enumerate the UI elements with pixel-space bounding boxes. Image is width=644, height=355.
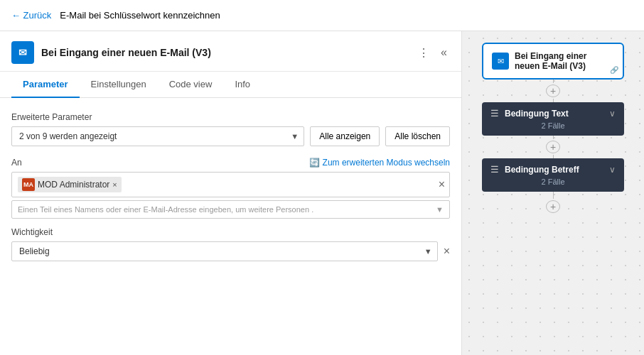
recipient-initials: MA bbox=[23, 181, 33, 188]
outlook-icon-symbol: ✉ bbox=[18, 47, 27, 58]
erweiterte-label: Erweiterte Parameter bbox=[11, 112, 450, 122]
an-header: An 🔄 Zum erweiterten Modus wechseln bbox=[11, 158, 450, 168]
tab-einstellungen[interactable]: Einstellungen bbox=[80, 72, 158, 98]
flow-node-1-link-icon: 🔗 bbox=[610, 66, 618, 74]
collapse-icon: « bbox=[441, 46, 447, 59]
panel-header-right: ⋮ « bbox=[415, 43, 450, 62]
connector-line-1 bbox=[553, 80, 554, 83]
flow-node-3: ☰ Bedingung Betreff ∨ 2 Fälle bbox=[482, 158, 624, 192]
right-panel: ✉ Bei Eingang einer neuen E-Mail (V3) 🔗 … bbox=[462, 31, 644, 355]
tab-parameter[interactable]: Parameter bbox=[11, 72, 80, 98]
recipients-hint-arrow: ▼ bbox=[436, 205, 444, 214]
left-panel: ✉ Bei Eingang einer neuen E-Mail (V3) ⋮ … bbox=[0, 31, 462, 355]
panel-header: ✉ Bei Eingang einer neuen E-Mail (V3) ⋮ … bbox=[0, 31, 461, 72]
flow-node-2-sub: 2 Fälle bbox=[490, 121, 616, 130]
connector-line-2b bbox=[553, 155, 554, 158]
flow-node-2-icon: ☰ bbox=[490, 108, 499, 119]
panel-title: Bei Eingang einer neuen E-Mail (V3) bbox=[41, 47, 211, 58]
flow-node-3-chevron[interactable]: ∨ bbox=[609, 165, 616, 175]
recipients-clear-button[interactable]: × bbox=[439, 178, 445, 191]
topbar-title: E-Mail bei Schlüsselwort kennzeichnen bbox=[60, 10, 220, 21]
wichtigkeit-dropdown-container: Beliebig ▼ bbox=[11, 241, 438, 261]
flow-node-2: ☰ Bedingung Text ∨ 2 Fälle bbox=[482, 102, 624, 136]
connector-line-1b bbox=[553, 99, 554, 102]
flow-node-3-sub: 2 Fälle bbox=[490, 178, 616, 186]
recipient-tag: MA MOD Administrator × bbox=[18, 177, 122, 192]
erweitert-text: Zum erweiterten Modus wechseln bbox=[323, 158, 450, 168]
flow-node-3-header: ☰ Bedingung Betreff ∨ bbox=[490, 164, 616, 175]
panel-body: Erweiterte Parameter 2 von 9 werden ange… bbox=[0, 98, 461, 355]
wichtigkeit-dropdown[interactable]: Beliebig bbox=[11, 241, 438, 261]
back-label: ← Zurück bbox=[11, 10, 51, 21]
connector-line-2 bbox=[553, 136, 554, 139]
flow-plus-1[interactable]: + bbox=[546, 84, 560, 97]
flow-node-2-chevron[interactable]: ∨ bbox=[609, 109, 616, 119]
wichtigkeit-row: Beliebig ▼ × bbox=[11, 241, 450, 261]
flow-plus-2[interactable]: + bbox=[546, 141, 560, 153]
more-button[interactable]: ⋮ bbox=[415, 43, 432, 62]
tag-close-button[interactable]: × bbox=[112, 180, 117, 189]
wichtigkeit-label: Wichtigkeit bbox=[11, 227, 450, 237]
flow-node-2-header: ☰ Bedingung Text ∨ bbox=[490, 108, 616, 119]
more-icon: ⋮ bbox=[418, 46, 429, 60]
an-label: An bbox=[11, 158, 22, 168]
flow-plus-3[interactable]: + bbox=[546, 200, 560, 213]
flow-node-3-left: ☰ Bedingung Betreff bbox=[490, 164, 579, 175]
flow-node-3-icon: ☰ bbox=[490, 164, 499, 175]
param-dropdown-container: 2 von 9 werden angezeigt ▼ bbox=[11, 126, 304, 146]
param-row: 2 von 9 werden angezeigt ▼ Alle anzeigen… bbox=[11, 126, 450, 146]
flow-node-1-title: Bei Eingang einer neuen E-Mail (V3) bbox=[515, 51, 614, 71]
recipients-hint-text: Einen Teil eines Namens oder einer E-Mai… bbox=[18, 205, 313, 214]
recipients-box: MA MOD Administrator × × bbox=[11, 172, 450, 197]
flow-node-1-header: ✉ Bei Eingang einer neuen E-Mail (V3) bbox=[492, 51, 614, 71]
connector-line-3 bbox=[553, 192, 554, 199]
recipient-name: MOD Administrator bbox=[38, 180, 109, 190]
panel-header-left: ✉ Bei Eingang einer neuen E-Mail (V3) bbox=[11, 41, 211, 64]
flow-node-2-title: Bedingung Text bbox=[505, 109, 569, 119]
flow-node-1-icon: ✉ bbox=[492, 53, 509, 70]
collapse-button[interactable]: « bbox=[438, 43, 450, 62]
back-button[interactable]: ← Zurück bbox=[11, 10, 51, 21]
flow-node-2-left: ☰ Bedingung Text bbox=[490, 108, 569, 119]
outlook-icon: ✉ bbox=[11, 41, 34, 64]
alle-anzeigen-button[interactable]: Alle anzeigen bbox=[310, 126, 380, 146]
flow-node-1: ✉ Bei Eingang einer neuen E-Mail (V3) 🔗 bbox=[482, 43, 624, 80]
erweitert-link[interactable]: 🔄 Zum erweiterten Modus wechseln bbox=[309, 158, 450, 168]
wichtigkeit-clear-button[interactable]: × bbox=[444, 245, 450, 258]
flow-node-1-outlook-icon: ✉ bbox=[498, 57, 504, 66]
erweitert-icon: 🔄 bbox=[309, 158, 320, 168]
alle-loeschen-button[interactable]: Alle löschen bbox=[385, 126, 450, 146]
topbar: ← Zurück E-Mail bei Schlüsselwort kennze… bbox=[0, 0, 644, 31]
tabs: Parameter Einstellungen Code view Info bbox=[0, 72, 461, 98]
recipient-avatar: MA bbox=[22, 178, 35, 191]
tab-info[interactable]: Info bbox=[223, 72, 262, 98]
recipients-hint[interactable]: Einen Teil eines Namens oder einer E-Mai… bbox=[11, 200, 450, 219]
tab-codeview[interactable]: Code view bbox=[158, 72, 224, 98]
main-layout: ✉ Bei Eingang einer neuen E-Mail (V3) ⋮ … bbox=[0, 31, 644, 355]
flow-node-3-title: Bedingung Betreff bbox=[505, 165, 579, 175]
param-dropdown[interactable]: 2 von 9 werden angezeigt bbox=[11, 126, 304, 146]
